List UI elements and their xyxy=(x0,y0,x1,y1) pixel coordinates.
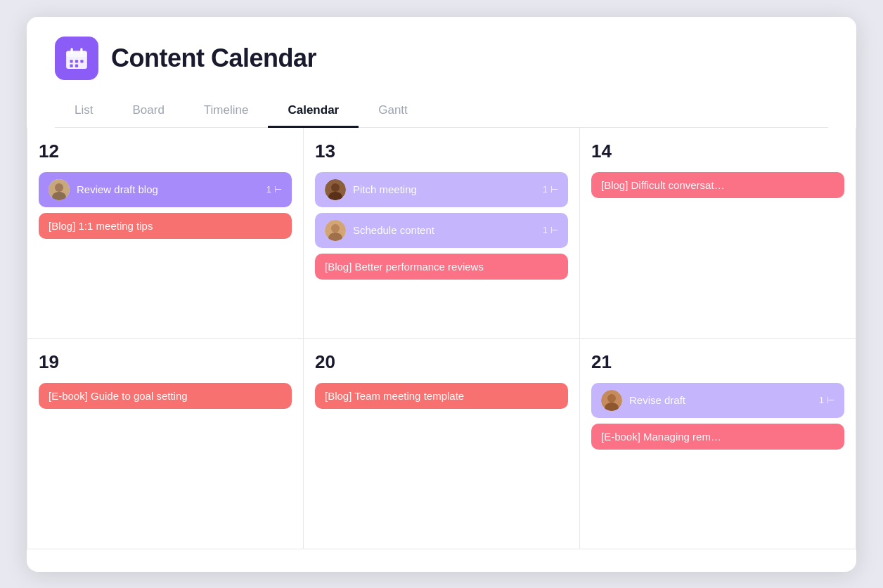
event-label: [E-book] Guide to goal setting xyxy=(49,390,282,402)
event-meta: 1 ⊢ xyxy=(266,184,282,195)
event-meta: 1 ⊢ xyxy=(543,184,558,195)
calendar-cell-13: 13 Pitch meeting 1 ⊢ xyxy=(304,128,580,339)
subtask-icon: ⊢ xyxy=(550,225,558,235)
event-card[interactable]: Schedule content 1 ⊢ xyxy=(315,213,568,248)
calendar-icon xyxy=(65,46,89,70)
tab-calendar[interactable]: Calendar xyxy=(268,96,359,128)
svg-point-10 xyxy=(55,183,63,192)
calendar-cell-14: 14 [Blog] Difficult conversat… xyxy=(580,128,856,339)
calendar-cell-12: 12 Review draft blog 1 ⊢ xyxy=(27,128,304,339)
event-card[interactable]: Revise draft 1 ⊢ xyxy=(591,383,844,418)
event-list-13: Pitch meeting 1 ⊢ Schedu xyxy=(315,172,568,280)
tab-board[interactable]: Board xyxy=(112,96,183,128)
event-label: [Blog] Difficult conversat… xyxy=(601,179,834,191)
event-list-14: [Blog] Difficult conversat… xyxy=(591,172,844,198)
event-list-19: [E-book] Guide to goal setting xyxy=(39,383,292,409)
svg-rect-4 xyxy=(70,60,72,63)
app-window: Content Calendar List Board Timeline Cal… xyxy=(27,17,856,572)
event-list-20: [Blog] Team meeting template xyxy=(315,383,568,409)
subtask-icon: ⊢ xyxy=(827,395,834,405)
event-card[interactable]: [Blog] 1:1 meeting tips xyxy=(39,213,292,239)
svg-rect-1 xyxy=(66,51,87,57)
calendar-cell-20: 20 [Blog] Team meeting template xyxy=(304,339,580,549)
tab-gantt[interactable]: Gantt xyxy=(359,96,427,128)
event-card[interactable]: [Blog] Team meeting template xyxy=(315,383,568,409)
header: Content Calendar List Board Timeline Cal… xyxy=(27,17,856,128)
date-21: 21 xyxy=(591,351,844,373)
calendar-grid: 12 Review draft blog 1 ⊢ xyxy=(27,128,856,549)
title-row: Content Calendar xyxy=(55,37,828,80)
subtask-icon: ⊢ xyxy=(274,184,282,195)
event-label: Revise draft xyxy=(629,394,812,406)
event-meta: 1 ⊢ xyxy=(819,395,834,405)
svg-point-16 xyxy=(331,224,340,233)
svg-rect-7 xyxy=(70,64,72,67)
date-14: 14 xyxy=(591,141,844,162)
avatar xyxy=(601,390,622,411)
calendar-cell-21: 21 Revise draft 1 ⊢ xyxy=(580,339,856,549)
event-label: Schedule content xyxy=(353,224,536,236)
tab-list[interactable]: List xyxy=(55,96,112,128)
avatar xyxy=(49,179,70,200)
svg-point-13 xyxy=(331,183,340,192)
event-label: Review draft blog xyxy=(77,183,259,195)
event-card[interactable]: Pitch meeting 1 ⊢ xyxy=(315,172,568,207)
event-meta: 1 ⊢ xyxy=(543,225,558,235)
event-label: Pitch meeting xyxy=(353,183,536,195)
event-list-12: Review draft blog 1 ⊢ [Blog] 1:1 meeting… xyxy=(39,172,292,239)
date-19: 19 xyxy=(39,351,292,373)
svg-rect-3 xyxy=(80,48,82,54)
event-card[interactable]: [E-book] Guide to goal setting xyxy=(39,383,292,409)
svg-point-19 xyxy=(607,394,616,403)
tab-timeline[interactable]: Timeline xyxy=(184,96,269,128)
event-card[interactable]: Review draft blog 1 ⊢ xyxy=(39,172,292,207)
date-13: 13 xyxy=(315,141,568,162)
event-label: [Blog] Better performance reviews xyxy=(325,261,558,273)
event-label: [Blog] Team meeting template xyxy=(325,390,558,402)
svg-rect-2 xyxy=(71,48,73,54)
avatar xyxy=(325,179,346,200)
app-icon xyxy=(55,37,98,80)
event-card[interactable]: [E-book] Managing rem… xyxy=(591,424,844,450)
event-card[interactable]: [Blog] Difficult conversat… xyxy=(591,172,844,198)
date-12: 12 xyxy=(39,141,292,162)
event-label: [Blog] 1:1 meeting tips xyxy=(49,220,282,232)
svg-rect-6 xyxy=(80,60,83,63)
svg-rect-8 xyxy=(75,64,78,67)
avatar xyxy=(325,220,346,241)
event-list-21: Revise draft 1 ⊢ [E-book] Managing rem… xyxy=(591,383,844,450)
date-20: 20 xyxy=(315,351,568,373)
subtask-icon: ⊢ xyxy=(550,184,558,195)
page-title: Content Calendar xyxy=(111,44,316,73)
calendar-cell-19: 19 [E-book] Guide to goal setting xyxy=(27,339,304,549)
event-label: [E-book] Managing rem… xyxy=(601,431,834,443)
nav-tabs: List Board Timeline Calendar Gantt xyxy=(55,96,828,128)
event-card[interactable]: [Blog] Better performance reviews xyxy=(315,254,568,280)
svg-rect-5 xyxy=(75,60,78,63)
